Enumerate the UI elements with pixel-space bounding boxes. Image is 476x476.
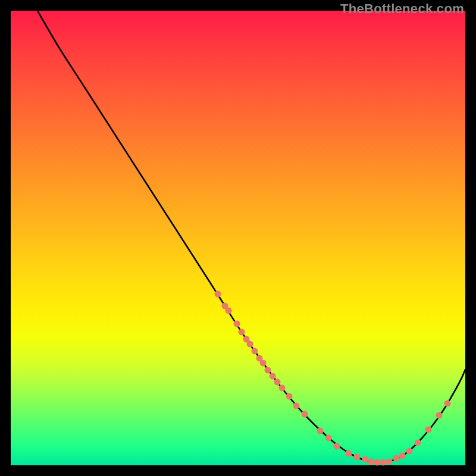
curve-marker (362, 456, 369, 463)
curve-marker (386, 459, 393, 465)
curve-marker (354, 454, 361, 461)
curve-marker (279, 385, 286, 392)
curve-marker (393, 455, 400, 462)
curve-marker (215, 291, 221, 298)
curve-marker (374, 459, 381, 466)
bottleneck-gradient-plot (11, 11, 465, 465)
bottleneck-curve (37, 11, 465, 463)
curve-marker (274, 379, 281, 386)
curve-marker (444, 400, 451, 407)
curve-marker (247, 341, 253, 347)
curve-marker (415, 440, 421, 446)
curve-marker (334, 443, 340, 450)
curve-marker (234, 321, 240, 327)
curve-marker (368, 459, 375, 465)
curve-marker (239, 329, 245, 336)
curve-marker (436, 412, 443, 419)
curve-marker (425, 427, 432, 433)
curve-marker (260, 360, 267, 367)
curve-marker (252, 348, 258, 355)
curve-marker (406, 448, 413, 455)
curve-marker (302, 411, 308, 418)
curve-marker (265, 367, 271, 374)
curve-marker (346, 450, 352, 457)
curve-marker (380, 459, 387, 466)
curve-marker (286, 393, 293, 400)
curve-marker-group (215, 291, 451, 466)
curve-marker (293, 403, 300, 409)
plot-svg (11, 11, 465, 465)
watermark-text: TheBottleneck.com (340, 1, 464, 17)
curve-marker (325, 435, 332, 441)
curve-marker (270, 373, 276, 380)
curve-marker (317, 428, 324, 434)
curve-marker (226, 308, 232, 314)
curve-marker (399, 453, 406, 459)
